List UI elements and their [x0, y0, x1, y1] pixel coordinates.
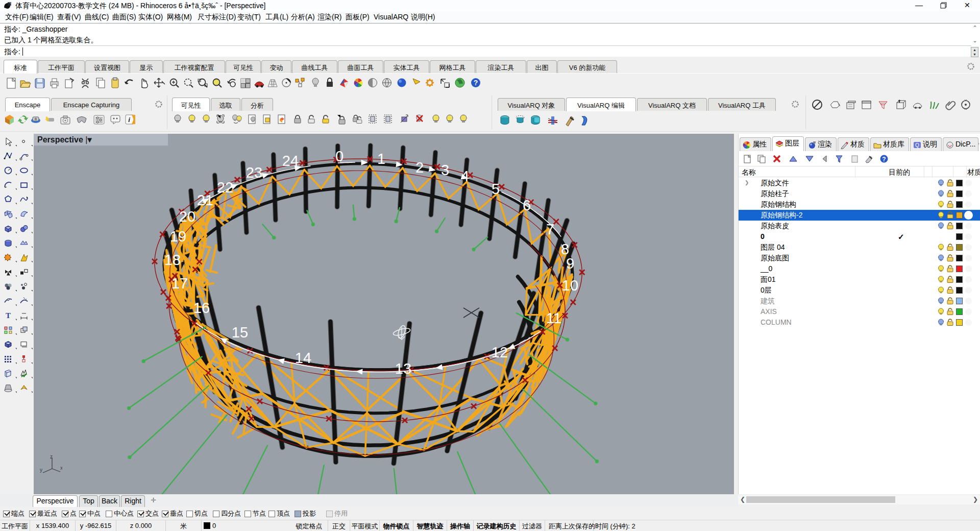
svg-text:23: 23 [246, 164, 262, 181]
svg-text:x: x [60, 465, 62, 471]
svg-text:z: z [50, 454, 53, 460]
svg-text:16: 16 [193, 300, 210, 316]
svg-text:21: 21 [197, 192, 213, 208]
svg-text:1: 1 [377, 151, 385, 167]
svg-text:20: 20 [179, 208, 195, 225]
svg-text:24: 24 [282, 153, 299, 169]
svg-text:9: 9 [566, 255, 574, 272]
svg-text:T: T [6, 311, 11, 320]
svg-text:13: 13 [395, 360, 411, 377]
svg-text:14: 14 [295, 350, 311, 366]
svg-text:2: 2 [415, 159, 424, 176]
svg-text:11: 11 [546, 310, 561, 326]
svg-text:17: 17 [172, 275, 188, 292]
svg-text:12: 12 [492, 344, 508, 360]
svg-text:6: 6 [523, 197, 531, 213]
svg-text:18: 18 [164, 252, 181, 268]
svg-text:y: y [40, 467, 42, 473]
svg-text:Q: Q [915, 142, 919, 148]
svg-text:7: 7 [546, 221, 554, 237]
svg-text:4: 4 [461, 168, 469, 184]
svg-text:0: 0 [335, 148, 344, 164]
svg-text:22: 22 [217, 179, 233, 196]
svg-text:15: 15 [232, 324, 248, 341]
svg-text:5: 5 [492, 181, 500, 197]
svg-text:?: ? [474, 79, 478, 87]
svg-text:?: ? [882, 156, 886, 163]
svg-text:10: 10 [562, 277, 578, 294]
svg-text:3: 3 [441, 162, 449, 178]
svg-text:19: 19 [170, 228, 186, 245]
